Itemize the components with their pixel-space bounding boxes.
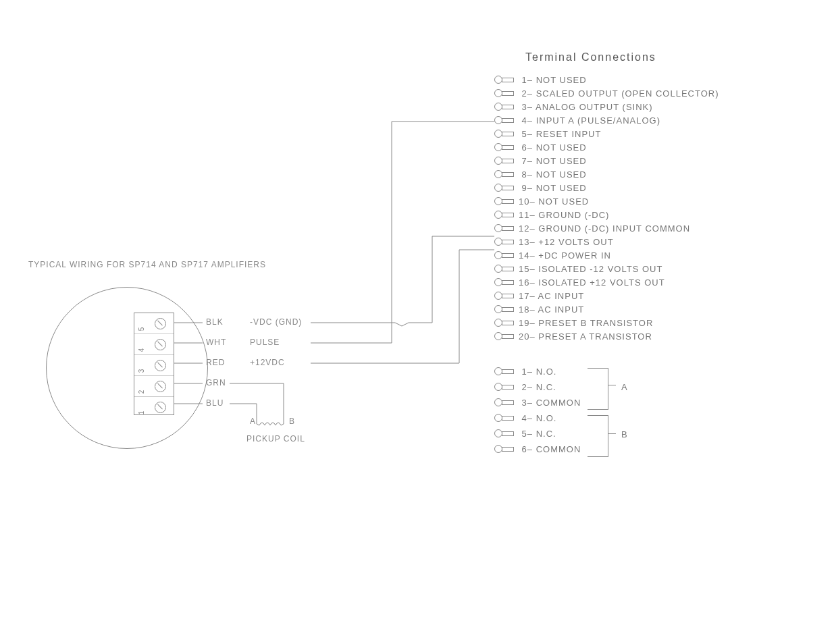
main-terminal-18: 18– AC INPUT <box>494 302 584 316</box>
main-terminal-10: 10– NOT USED <box>494 194 589 208</box>
amplifier-terminal-block: 5 4 3 2 1 <box>134 313 174 415</box>
wire-red-signal: +12VDC <box>250 358 285 367</box>
relay-terminal-6: 6– COMMON <box>494 442 581 456</box>
title-terminal-connections: Terminal Connections <box>525 51 656 63</box>
terminal-label: 17– AC INPUT <box>519 291 584 301</box>
bracket-relay-a <box>588 368 608 410</box>
pickup-b-label: B <box>289 417 295 426</box>
relay-terminal-1: 1– N.O. <box>494 365 556 378</box>
terminal-label: 12– GROUND (-DC) INPUT COMMON <box>519 223 690 234</box>
terminal-icon <box>494 89 513 97</box>
terminal-icon <box>494 332 513 340</box>
amplifier-housing-circle <box>46 287 208 449</box>
main-terminal-7: 7– NOT USED <box>494 154 587 167</box>
wire-blk-color: BLK <box>206 317 224 327</box>
terminal-label: 20– PRESET A TRANSISTOR <box>519 331 652 342</box>
main-terminal-16: 16– ISOLATED +12 VOLTS OUT <box>494 275 665 289</box>
main-terminal-2: 2– SCALED OUTPUT (OPEN COLLECTOR) <box>494 86 719 100</box>
relay-group-b-label: B <box>621 429 627 439</box>
main-terminal-3: 3– ANALOG OUTPUT (SINK) <box>494 100 653 113</box>
main-terminal-9: 9– NOT USED <box>494 181 587 194</box>
terminal-label: 13– +12 VOLTS OUT <box>519 237 614 247</box>
terminal-icon <box>494 292 513 300</box>
wire-grn-color: GRN <box>206 378 226 387</box>
main-terminal-14: 14– +DC POWER IN <box>494 248 611 262</box>
terminal-icon <box>494 76 513 84</box>
terminal-icon <box>494 319 513 327</box>
terminal-label: 1– N.O. <box>519 367 556 377</box>
terminal-icon <box>494 414 513 422</box>
main-terminal-20: 20– PRESET A TRANSISTOR <box>494 329 652 343</box>
terminal-label: 4– N.O. <box>519 413 556 423</box>
terminal-label: 18– AC INPUT <box>519 304 584 315</box>
svg-line-7 <box>257 424 259 425</box>
wire-blu-color: BLU <box>206 398 224 408</box>
main-terminal-5: 5– RESET INPUT <box>494 127 601 140</box>
main-terminal-13: 13– +12 VOLTS OUT <box>494 235 614 248</box>
svg-line-8 <box>281 424 284 425</box>
terminal-label: 10– NOT USED <box>519 196 589 207</box>
terminal-row-4: 4 <box>134 334 174 355</box>
relay-terminal-3: 3– COMMON <box>494 396 581 409</box>
terminal-icon <box>494 429 513 437</box>
terminal-label: 5– N.C. <box>519 429 556 439</box>
terminal-label: 11– GROUND (-DC) <box>519 210 609 220</box>
wire-wht-signal: PULSE <box>250 338 280 347</box>
terminal-icon <box>494 251 513 259</box>
screw-icon <box>155 339 166 350</box>
terminal-label: 2– SCALED OUTPUT (OPEN COLLECTOR) <box>519 88 719 99</box>
terminal-icon <box>494 197 513 205</box>
terminal-icon <box>494 224 513 232</box>
bracket-relay-b <box>588 415 608 457</box>
screw-icon <box>155 381 166 392</box>
terminal-label: 3– COMMON <box>519 398 581 408</box>
terminal-icon <box>494 170 513 178</box>
terminal-label: 5– RESET INPUT <box>519 129 601 139</box>
terminal-icon <box>494 143 513 151</box>
terminal-icon <box>494 305 513 313</box>
wire-wht-color: WHT <box>206 338 226 347</box>
main-terminal-1: 1– NOT USED <box>494 73 587 86</box>
terminal-label: 7– NOT USED <box>519 156 587 166</box>
terminal-icon <box>494 265 513 273</box>
terminal-label: 3– ANALOG OUTPUT (SINK) <box>519 102 653 112</box>
terminal-label: 16– ISOLATED +12 VOLTS OUT <box>519 277 665 288</box>
terminal-label: 8– NOT USED <box>519 169 587 180</box>
terminal-icon <box>494 116 513 124</box>
terminal-row-5: 5 <box>134 313 174 334</box>
screw-icon <box>155 318 166 329</box>
bracket-tick-b <box>608 433 616 434</box>
terminal-label: 19– PRESET B TRANSISTOR <box>519 318 653 328</box>
wire-blk-signal: -VDC (GND) <box>250 317 302 327</box>
terminal-label: 9– NOT USED <box>519 183 587 193</box>
pickup-coil-label: PICKUP COIL <box>246 434 305 444</box>
terminal-icon <box>494 367 513 375</box>
terminal-label: 4– INPUT A (PULSE/ANALOG) <box>519 115 660 126</box>
terminal-label: 1– NOT USED <box>519 75 587 85</box>
bracket-tick-a <box>608 385 616 385</box>
screw-icon <box>155 402 166 413</box>
terminal-icon <box>494 211 513 219</box>
terminal-icon <box>494 445 513 453</box>
relay-terminal-5: 5– N.C. <box>494 427 556 440</box>
main-terminal-6: 6– NOT USED <box>494 140 587 154</box>
terminal-icon <box>494 398 513 406</box>
terminal-icon <box>494 278 513 286</box>
relay-terminal-2: 2– N.C. <box>494 380 556 394</box>
terminal-icon <box>494 103 513 111</box>
main-terminal-17: 17– AC INPUT <box>494 289 584 302</box>
relay-group-a-label: A <box>621 382 627 392</box>
terminal-icon <box>494 383 513 391</box>
terminal-icon <box>494 184 513 192</box>
screw-icon <box>155 360 166 371</box>
terminal-icon <box>494 157 513 165</box>
main-terminal-11: 11– GROUND (-DC) <box>494 208 609 221</box>
pickup-a-label: A <box>250 417 256 426</box>
main-terminal-8: 8– NOT USED <box>494 167 587 181</box>
terminal-row-1: 1 <box>134 397 174 417</box>
terminal-icon <box>494 130 513 138</box>
terminal-label: 2– N.C. <box>519 382 556 392</box>
terminal-label: 6– NOT USED <box>519 142 587 153</box>
terminal-row-3: 3 <box>134 355 174 376</box>
main-terminal-15: 15– ISOLATED -12 VOLTS OUT <box>494 262 662 275</box>
